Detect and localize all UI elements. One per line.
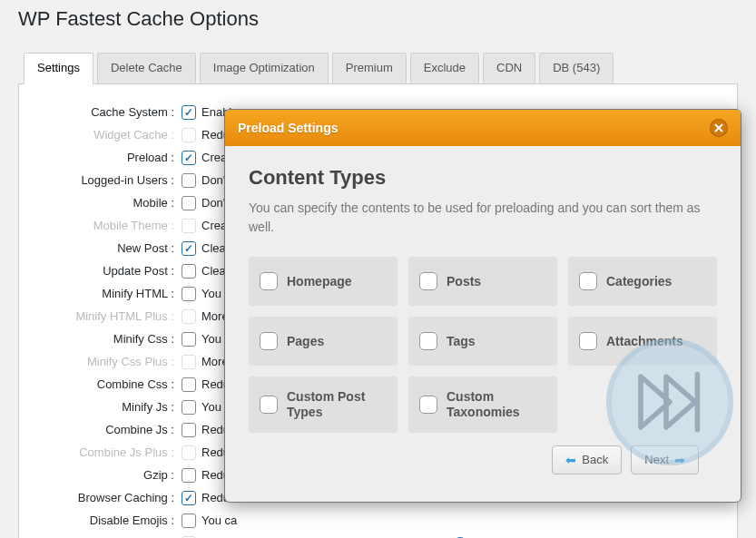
next-button-label: Next xyxy=(644,453,669,466)
content-type-checkbox[interactable] xyxy=(260,396,278,414)
setting-label: Minify Css : xyxy=(37,332,178,346)
setting-checkbox[interactable] xyxy=(182,196,196,210)
arrow-right-icon: ➡ xyxy=(674,453,685,467)
preload-settings-modal: Preload Settings Content Types You can s… xyxy=(224,109,741,503)
setting-checkbox[interactable] xyxy=(182,423,196,437)
setting-label: Gzip : xyxy=(37,468,178,482)
tab-premium[interactable]: Premium xyxy=(332,53,407,83)
modal-body: Content Types You can specify the conten… xyxy=(225,146,741,502)
modal-footer: ⬅ Back Next ➡ xyxy=(249,433,717,491)
content-type-label: Attachments xyxy=(606,334,683,349)
setting-label: Update Post : xyxy=(37,264,178,278)
content-type-label: Tags xyxy=(447,334,476,349)
setting-label: Minify Js : xyxy=(37,400,178,414)
tab-bar: SettingsDelete CacheImage OptimizationPr… xyxy=(18,47,738,84)
setting-label: Combine Js Plus : xyxy=(37,445,178,459)
setting-label: Combine Css : xyxy=(37,377,178,391)
content-type-label: Categories xyxy=(606,274,672,289)
setting-label: Cache System : xyxy=(37,105,178,119)
setting-label: Disable Emojis : xyxy=(37,514,178,527)
tab-exclude[interactable]: Exclude xyxy=(410,53,479,83)
setting-checkbox[interactable] xyxy=(182,491,196,505)
setting-label: Preload : xyxy=(37,151,178,164)
content-type-checkbox[interactable] xyxy=(419,332,437,350)
setting-checkbox[interactable] xyxy=(182,105,196,120)
setting-label: Minify HTML Plus : xyxy=(37,309,178,323)
content-type-label: Custom Taxonomies xyxy=(447,389,546,420)
setting-label: Minify HTML : xyxy=(37,287,178,300)
modal-title: Preload Settings xyxy=(238,121,338,135)
setting-label: Mobile Theme : xyxy=(37,219,178,232)
setting-checkbox[interactable] xyxy=(182,264,196,279)
content-type-label: Homepage xyxy=(287,274,352,289)
content-type-checkbox[interactable] xyxy=(579,332,597,350)
setting-checkbox[interactable] xyxy=(182,173,196,188)
content-type-checkbox[interactable] xyxy=(419,396,437,414)
back-button[interactable]: ⬅ Back xyxy=(552,445,622,474)
content-types-grid: HomepagePostsCategoriesPagesTagsAttachme… xyxy=(249,257,717,433)
setting-row: Disable Emojis :You ca xyxy=(37,509,719,532)
modal-close-button[interactable] xyxy=(710,119,728,137)
setting-label: New Post : xyxy=(37,241,178,255)
tab-cdn[interactable]: CDN xyxy=(483,53,535,83)
content-type-checkbox[interactable] xyxy=(579,272,597,290)
setting-row: Render Blocking Js :Eliminate render-blo… xyxy=(37,532,719,538)
content-type-posts[interactable]: Posts xyxy=(408,257,557,306)
content-type-categories[interactable]: Categories xyxy=(568,257,717,306)
content-type-homepage[interactable]: Homepage xyxy=(249,257,398,306)
modal-header: Preload Settings xyxy=(225,110,741,146)
tab-db-543-[interactable]: DB (543) xyxy=(539,53,614,83)
tab-settings[interactable]: Settings xyxy=(24,53,93,84)
setting-checkbox[interactable] xyxy=(182,241,196,256)
content-type-label: Posts xyxy=(447,274,481,289)
setting-checkbox[interactable] xyxy=(182,287,196,301)
arrow-left-icon: ⬅ xyxy=(565,453,576,467)
setting-label: Browser Caching : xyxy=(37,491,178,504)
content-type-checkbox[interactable] xyxy=(260,332,278,350)
page-title: WP Fastest Cache Options xyxy=(18,0,738,47)
setting-checkbox[interactable] xyxy=(182,377,196,392)
tab-image-optimization[interactable]: Image Optimization xyxy=(200,53,329,83)
content-type-checkbox[interactable] xyxy=(419,272,437,290)
content-type-label: Custom Post Types xyxy=(287,389,387,420)
setting-label: Minify Css Plus : xyxy=(37,355,178,368)
content-type-tags[interactable]: Tags xyxy=(408,317,557,366)
content-type-custom-taxonomies[interactable]: Custom Taxonomies xyxy=(408,377,557,433)
setting-label: Widget Cache : xyxy=(37,128,178,142)
setting-label: Mobile : xyxy=(37,196,178,210)
setting-checkbox[interactable] xyxy=(182,128,196,142)
setting-checkbox[interactable] xyxy=(182,151,196,165)
setting-label: Combine Js : xyxy=(37,423,178,436)
setting-checkbox[interactable] xyxy=(182,355,196,369)
setting-checkbox[interactable] xyxy=(182,400,196,415)
content-type-checkbox[interactable] xyxy=(260,272,278,290)
modal-lead: You can specify the contents to be used … xyxy=(249,199,717,237)
modal-heading: Content Types xyxy=(249,166,717,190)
setting-checkbox[interactable] xyxy=(182,332,196,347)
setting-label: Logged-in Users : xyxy=(37,173,178,187)
setting-checkbox[interactable] xyxy=(182,514,196,528)
setting-checkbox[interactable] xyxy=(182,219,196,233)
content-type-custom-post-types[interactable]: Custom Post Types xyxy=(249,377,398,433)
back-button-label: Back xyxy=(582,453,608,466)
tab-delete-cache[interactable]: Delete Cache xyxy=(97,53,196,83)
setting-desc: You ca xyxy=(201,514,237,527)
setting-checkbox[interactable] xyxy=(182,468,196,483)
close-icon xyxy=(714,123,723,132)
setting-checkbox[interactable] xyxy=(182,445,196,460)
content-type-label: Pages xyxy=(287,334,324,349)
setting-checkbox[interactable] xyxy=(182,309,196,324)
content-type-pages[interactable]: Pages xyxy=(249,317,398,366)
next-button[interactable]: Next ➡ xyxy=(631,445,699,474)
content-type-attachments[interactable]: Attachments xyxy=(568,317,717,366)
